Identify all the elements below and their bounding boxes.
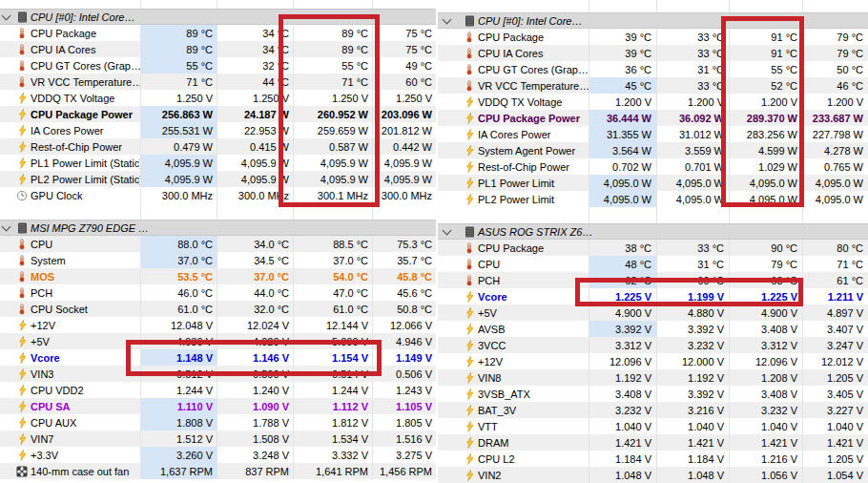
sensor-value-current: 4,095.9 W [140, 171, 217, 187]
sensor-value-current: 3.564 W [589, 142, 656, 158]
sensor-row[interactable]: +12V 12.096 V 12.000 V 12.096 V 12.012 V [438, 353, 868, 369]
sensor-row[interactable]: VDDQ TX Voltage 1.250 V 1.250 V 1.250 V … [0, 90, 436, 106]
lightning-icon [463, 94, 476, 110]
chevron-down-icon[interactable] [2, 10, 11, 20]
sensor-group-header[interactable]: CPU [#0]: Intel Core… [438, 12, 868, 29]
sensor-row[interactable]: DRAM 1.421 V 1.421 V 1.421 V 1.421 V [438, 434, 868, 451]
sensor-row[interactable]: Vcore 1.225 V 1.199 V 1.225 V 1.211 V [438, 288, 868, 304]
sensor-row[interactable]: CPU 88.0 °C 34.0 °C 88.5 °C 75.3 °C [0, 236, 436, 252]
sensor-group-header[interactable]: MSI MPG Z790 EDGE … [0, 220, 436, 236]
sensor-row[interactable]: CPU Package 89 °C 34 °C 89 °C 75 °C [0, 25, 436, 41]
sensor-row[interactable]: PL1 Power Limit 4,095.0 W 4,095.0 W 4,09… [438, 175, 868, 191]
sensor-row[interactable]: PL1 Power Limit (Static) 4,095.9 W 4,095… [0, 155, 436, 171]
sensor-row[interactable]: +5V 4.930 V 4.920 V 5.000 V 4.946 V [0, 333, 436, 349]
row-gutter [438, 175, 463, 191]
sensor-row[interactable]: AVSB 3.392 V 3.392 V 3.408 V 3.407 V [438, 321, 868, 337]
sensor-value-average: 3.275 V [372, 447, 436, 463]
sensor-row[interactable]: VIN7 1.512 V 1.508 V 1.534 V 1.516 V [0, 430, 436, 447]
sensor-row[interactable]: +5V 4.900 V 4.880 V 4.900 V 4.897 V [438, 304, 868, 321]
sensor-label: +3.3V [29, 450, 140, 461]
sensor-row[interactable]: VIN3 0.512 V 0.500 V 0.514 V 0.506 V [0, 366, 436, 382]
sensor-row[interactable]: CPU L2 1.184 V 1.184 V 1.216 V 1.205 V [438, 451, 868, 467]
sensor-value-maximum: 71 °C [293, 74, 372, 90]
sensor-row[interactable]: IA Cores Power 255.531 W 22.953 W 259.65… [0, 122, 436, 138]
sensor-label: PL2 Power Limit [476, 194, 589, 205]
sensor-row[interactable]: CPU IA Cores 39 °C 33 °C 91 °C 79 °C [438, 45, 868, 61]
sensor-row[interactable]: CPU Package Power 36.444 W 36.092 W 289.… [438, 110, 868, 126]
thermometer-icon [15, 252, 29, 268]
sensor-label: System [29, 255, 140, 266]
sensor-value-maximum: 4.599 W [729, 142, 802, 158]
sensor-value-maximum: 1.208 V [729, 369, 802, 386]
sensor-row[interactable]: +12V 12.048 V 12.024 V 12.144 V 12.066 V [0, 317, 436, 333]
sensor-value-average: 1.205 V [802, 451, 868, 467]
chevron-down-icon[interactable] [2, 221, 11, 231]
sensor-row[interactable]: Rest-of-Chip Power 0.479 W 0.415 W 0.587… [0, 138, 436, 155]
chevron-down-icon[interactable] [443, 14, 452, 24]
sensor-row[interactable]: System Agent Power 3.564 W 3.559 W 4.599… [438, 142, 868, 158]
sensor-row[interactable]: MOS 53.5 °C 37.0 °C 54.0 °C 45.8 °C [0, 268, 436, 284]
sensor-row[interactable]: CPU SA 1.110 V 1.090 V 1.112 V 1.105 V [0, 398, 436, 414]
sensor-row[interactable]: CPU Package 38 °C 33 °C 90 °C 80 °C [438, 240, 868, 256]
sensor-row[interactable]: VDDQ TX Voltage 1.200 V 1.200 V 1.200 V … [438, 94, 868, 110]
thermometer-icon [463, 272, 476, 288]
sensor-value-minimum: 34 °C [217, 41, 293, 57]
sensor-value-minimum: 32 °C [217, 57, 293, 74]
sensor-row[interactable]: CPU GT Cores (Grap… 36 °C 31 °C 55 °C 50… [438, 61, 868, 77]
sensor-row[interactable]: CPU IA Cores 89 °C 34 °C 89 °C 75 °C [0, 41, 436, 57]
sensor-row[interactable]: PL2 Power Limit (Static) 4,095.9 W 4,095… [0, 171, 436, 187]
chevron-down-icon[interactable] [443, 225, 452, 235]
sensor-group-header[interactable]: CPU [#0]: Intel Core… [0, 9, 436, 25]
sensor-row[interactable]: System 37.0 °C 34.5 °C 37.0 °C 35.7 °C [0, 252, 436, 268]
sensor-row[interactable]: CPU GT Cores (Grap… 55 °C 32 °C 55 °C 49… [0, 57, 436, 74]
sensor-row[interactable]: CPU Socket 61.0 °C 32.0 °C 61.0 °C 50.8 … [0, 301, 436, 317]
sensor-value-average: 60 °C [372, 74, 436, 90]
sensor-value-current: 37.0 °C [140, 252, 217, 268]
sensor-value-minimum: 34 °C [217, 25, 293, 41]
row-gutter [438, 77, 463, 94]
sensor-row[interactable]: 3VSB_ATX 3.408 V 3.392 V 3.408 V 3.405 V [438, 386, 868, 402]
sensor-row[interactable]: CPU Package 39 °C 33 °C 91 °C 79 °C [438, 29, 868, 45]
sensor-row[interactable]: VIN2 1.048 V 1.048 V 1.056 V 1.054 V [438, 467, 868, 483]
sensor-label: CPU L2 [476, 453, 589, 465]
sensor-value-minimum: 1.788 V [217, 414, 293, 430]
sensor-label: PCH [476, 275, 589, 286]
row-gutter [0, 236, 15, 252]
lightning-icon [463, 386, 476, 402]
sensor-row[interactable]: GPU Clock 300.0 MHz 300.0 MHz 300.1 MHz … [0, 187, 436, 203]
sensor-label: CPU Socket [29, 304, 140, 315]
sensor-value-maximum: 1.112 V [293, 398, 372, 414]
lightning-icon [15, 333, 29, 349]
sensor-row[interactable]: VR VCC Temperature… 71 °C 44 °C 71 °C 60… [0, 74, 436, 90]
sensor-row[interactable]: CPU AUX 1.808 V 1.788 V 1.812 V 1.805 V [0, 414, 436, 430]
sensor-value-current: 4,095.0 W [589, 191, 656, 207]
sensor-row[interactable]: PCH 62 °C 60 °C 63 °C 61 °C [438, 272, 868, 288]
sensor-row[interactable]: PCH 46.0 °C 44.0 °C 47.0 °C 45.6 °C [0, 284, 436, 301]
sensor-row[interactable]: CPU VDD2 1.244 V 1.240 V 1.244 V 1.243 V [0, 382, 436, 398]
sensor-row[interactable]: VTT 1.040 V 1.040 V 1.040 V 1.040 V [438, 418, 868, 434]
sensor-row[interactable]: PL2 Power Limit 4,095.0 W 4,095.0 W 4,09… [438, 191, 868, 207]
sensor-row[interactable]: IA Cores Power 31.355 W 31.012 W 283.256… [438, 126, 868, 142]
sensor-row[interactable]: VIN8 1.192 V 1.192 V 1.208 V 1.205 V [438, 369, 868, 386]
sensor-row[interactable]: CPU Package Power 256.863 W 24.187 W 260… [0, 106, 436, 122]
sensor-row[interactable]: 140-mm case out fan 1,637 RPM 837 RPM 1,… [0, 463, 436, 479]
sensor-row[interactable]: Rest-of-Chip Power 0.702 W 0.701 W 1.029… [438, 158, 868, 175]
sensor-value-minimum: 1.199 V [656, 288, 729, 304]
sensor-row[interactable]: CPU 48 °C 31 °C 79 °C 71 °C [438, 256, 868, 272]
sensor-value-current: 89 °C [140, 25, 217, 41]
sensor-label: AVSB [476, 324, 589, 335]
sensor-row[interactable]: +3.3V 3.260 V 3.248 V 3.332 V 3.275 V [0, 447, 436, 463]
sensor-row[interactable]: 3VCC 3.312 V 3.232 V 3.312 V 3.247 V [438, 337, 868, 353]
sensor-group-header[interactable]: ASUS ROG STRIX Z6… [438, 223, 868, 240]
row-gutter [0, 171, 15, 187]
row-gutter [438, 94, 463, 110]
sensor-value-minimum: 1.040 V [656, 418, 729, 434]
sensor-value-minimum: 1.508 V [217, 430, 293, 447]
sensor-value-average: 201.812 W [372, 122, 436, 138]
sensor-value-minimum: 0.500 V [217, 366, 293, 382]
sensor-value-minimum: 24.187 W [217, 106, 293, 122]
lightning-icon [15, 382, 29, 398]
sensor-row[interactable]: BAT_3V 3.232 V 3.216 V 3.232 V 3.227 V [438, 402, 868, 418]
sensor-row[interactable]: Vcore 1.148 V 1.146 V 1.154 V 1.149 V [0, 349, 436, 366]
sensor-row[interactable]: VR VCC Temperature… 45 °C 33 °C 52 °C 46… [438, 77, 868, 94]
